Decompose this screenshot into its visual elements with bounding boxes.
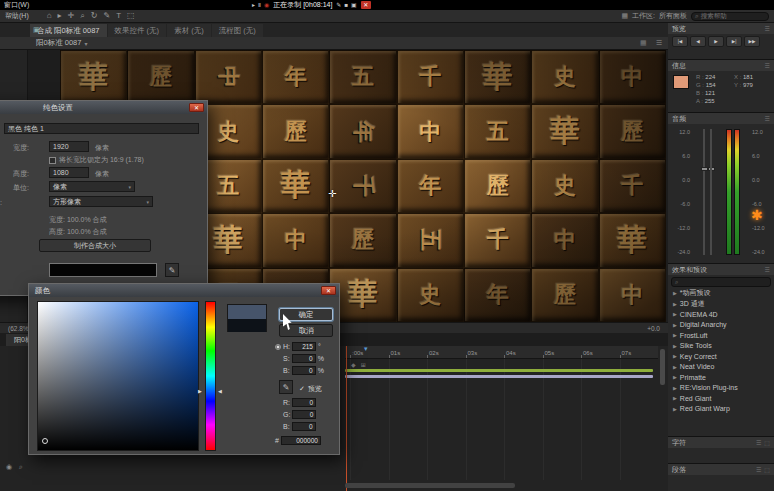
chevron-right-icon[interactable]: ▶ — [673, 406, 677, 412]
panel-tab[interactable]: 合成 阳0标准 0087 — [30, 24, 107, 37]
transport-button[interactable]: |◀ — [672, 36, 688, 47]
solid-name-field[interactable]: 黑色 纯色 1 — [4, 123, 199, 134]
solid-color-swatch[interactable] — [49, 263, 157, 277]
hue-marker-left-icon[interactable]: ▶ — [198, 388, 202, 394]
effects-category[interactable]: ▶Key Correct — [668, 351, 774, 362]
timeline-ruler[interactable]: :00s01s02s03s04s05s06s07s — [345, 346, 658, 359]
color-selection-marker[interactable] — [42, 438, 48, 444]
color-dialog-titlebar[interactable]: 颜色 ✕ — [29, 284, 339, 297]
audio-panel-header[interactable]: 音频 ☰ — [668, 113, 774, 124]
panel-menu-icon[interactable]: ☰ — [756, 439, 761, 446]
panel-tab[interactable]: 素材 (无) — [167, 24, 211, 37]
effects-category[interactable]: ▶Sike Tools — [668, 341, 774, 352]
preview-checkbox[interactable]: ✓ 预览 — [299, 384, 322, 394]
character-panel-header[interactable]: 字符 ☰ ⬚ — [668, 437, 774, 448]
chevron-down-icon[interactable]: ▾ — [84, 40, 87, 47]
preview-panel-header[interactable]: 预览 ☰ — [668, 23, 774, 34]
effects-category[interactable]: ▶Neat Video — [668, 362, 774, 373]
effects-search-input[interactable]: ⌕ — [671, 277, 771, 287]
timeline-mini-icon[interactable]: ◆ — [351, 361, 356, 368]
panel-menu-icon[interactable]: ☰ — [765, 266, 770, 273]
h-field[interactable]: 215 — [292, 342, 316, 351]
work-area-marker-icon[interactable]: ▾ — [364, 345, 368, 353]
chevron-right-icon[interactable]: ▶ — [673, 353, 677, 359]
effects-panel-header[interactable]: 效果和预设 ☰ — [668, 264, 774, 275]
transport-button[interactable]: ▶▶ — [744, 36, 760, 47]
make-comp-size-button[interactable]: 制作合成大小 — [39, 239, 151, 252]
recorder-close-icon[interactable]: ✕ — [361, 1, 371, 9]
effects-category[interactable]: ▶Primatte — [668, 372, 774, 383]
tool-icon[interactable]: ↻ — [91, 10, 98, 22]
b-field[interactable]: 0 — [292, 366, 316, 375]
transport-button[interactable]: ◀ — [690, 36, 706, 47]
chevron-right-icon[interactable]: ▶ — [673, 343, 677, 349]
effects-category[interactable]: ▶FrostLuft — [668, 330, 774, 341]
audio-slider-handle[interactable] — [701, 167, 708, 171]
hue-marker-right-icon[interactable]: ◀ — [218, 388, 222, 394]
b2-field[interactable]: 0 — [292, 422, 316, 431]
tool-icon[interactable]: T — [116, 10, 121, 22]
height-field[interactable]: 1080 — [49, 167, 89, 178]
panel-menu-icon[interactable]: ☰ — [765, 25, 770, 32]
help-search-input[interactable]: ⌕ 搜索帮助 — [691, 12, 769, 21]
tool-icon[interactable]: ✛ — [68, 10, 75, 22]
chevron-right-icon[interactable]: ▶ — [673, 301, 677, 307]
current-time-indicator[interactable] — [346, 346, 347, 491]
effects-category[interactable]: ▶*动画预设 — [668, 288, 774, 299]
transport-button[interactable]: ▶ — [708, 36, 724, 47]
recorder-icon[interactable]: ▸ — [252, 0, 255, 10]
hue-slider[interactable] — [205, 301, 216, 451]
timeline-mini-icon[interactable]: ⊞ — [361, 361, 366, 368]
close-icon[interactable]: ✕ — [189, 103, 204, 112]
close-icon[interactable]: ✕ — [321, 286, 336, 295]
recorder-icon[interactable]: ✎ — [336, 0, 341, 10]
saturation-brightness-field[interactable] — [37, 301, 199, 451]
recorder-icon[interactable]: Ⅱ — [258, 0, 261, 10]
chevron-right-icon[interactable]: ▶ — [673, 322, 677, 328]
menu-help[interactable]: 帮助(H) — [5, 11, 29, 21]
tool-icon[interactable]: ✎ — [103, 10, 110, 22]
tool-icon[interactable]: ▸ — [58, 10, 62, 22]
timeline-corner-icon[interactable]: ◉ — [6, 463, 12, 471]
effects-category[interactable]: ▶RE:Vision Plug-ins — [668, 383, 774, 394]
timeline-vertical-scrollbar[interactable] — [660, 349, 665, 385]
composition-name-tab[interactable]: 阳0标准 0087 — [36, 38, 81, 48]
width-field[interactable]: 1920 — [49, 141, 89, 152]
workspace-selector[interactable]: 所有面板 — [659, 11, 687, 21]
timeline-corner-icon[interactable]: ⌕ — [19, 463, 23, 471]
radio-icon[interactable] — [275, 344, 281, 350]
audio-slider-handle[interactable] — [708, 167, 715, 171]
tool-icon[interactable]: ⌕ — [80, 10, 84, 22]
recorder-icon[interactable]: ■ — [344, 0, 348, 10]
chevron-right-icon[interactable]: ▶ — [673, 332, 677, 338]
effects-category[interactable]: ▶3D 通道 — [668, 299, 774, 310]
tool-icon[interactable]: ⌂ — [47, 10, 52, 22]
layer-bar-green[interactable] — [345, 369, 653, 372]
paragraph-panel-header[interactable]: 段落 ☰ ⬚ — [668, 464, 774, 475]
solid-dialog-titlebar[interactable]: 纯色设置 ✕ — [0, 101, 207, 114]
tool-icon[interactable]: ⬚ — [127, 10, 135, 22]
audio-level-sliders[interactable] — [700, 129, 716, 255]
hex-field[interactable]: 000000 — [281, 436, 321, 445]
panel-menu-icon[interactable]: ☰ — [765, 62, 770, 69]
effects-category[interactable]: ▶Red Giant Warp — [668, 404, 774, 415]
effects-category[interactable]: ▶CINEMA 4D — [668, 309, 774, 320]
chevron-right-icon[interactable]: ▶ — [673, 311, 677, 317]
layer-bar-purple[interactable] — [345, 375, 653, 378]
panel-menu-icon[interactable]: ☰ — [656, 39, 662, 47]
eyedropper-icon[interactable]: ✎ — [279, 380, 293, 394]
panel-menu-icon[interactable]: ☰ — [765, 115, 770, 122]
s-field[interactable]: 0 — [292, 354, 316, 363]
effects-category[interactable]: ▶Digital Anarchy — [668, 320, 774, 331]
panel-tab[interactable]: 效果控件 (无) — [108, 24, 167, 37]
recorder-icon[interactable]: ◉ — [264, 0, 269, 10]
pixel-aspect-dropdown[interactable]: 方形像素 ▾ — [49, 196, 153, 207]
chevron-right-icon[interactable]: ▶ — [673, 364, 677, 370]
panel-tab[interactable]: 流程图 (无) — [212, 24, 263, 37]
units-dropdown[interactable]: 像素 ▾ — [49, 181, 135, 192]
chevron-right-icon[interactable]: ▶ — [673, 374, 677, 380]
menu-window[interactable]: 窗口(W) — [4, 0, 29, 10]
effects-category[interactable]: ▶Red Giant — [668, 393, 774, 404]
viewer-options-icon[interactable]: ▦ — [640, 39, 647, 47]
lock-aspect-checkbox[interactable]: 将长宽比锁定为 16:9 (1.78) — [49, 155, 144, 165]
